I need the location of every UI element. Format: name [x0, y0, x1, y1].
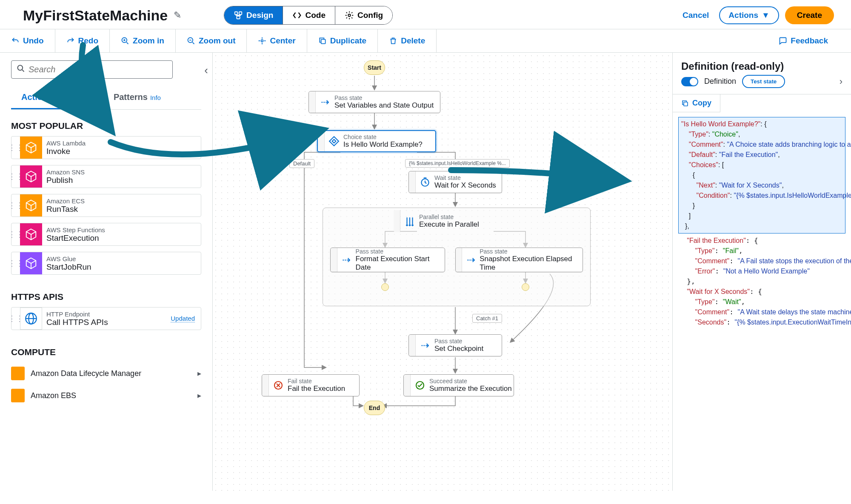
service-row[interactable]: Amazon EBS▸ — [11, 384, 201, 407]
svg-point-3 — [348, 14, 351, 17]
svg-point-8 — [18, 65, 23, 71]
feedback-button[interactable]: Feedback — [768, 29, 851, 52]
info-link[interactable]: Info — [150, 94, 161, 101]
caret-down-icon: ▼ — [762, 11, 770, 20]
cancel-button[interactable]: Cancel — [683, 11, 709, 20]
start-terminal[interactable]: Start — [364, 60, 385, 75]
section-compute: COMPUTE — [11, 347, 201, 357]
tab-flow[interactable]: Flow — [63, 88, 103, 109]
svg-rect-7 — [321, 40, 325, 44]
node-format-date[interactable]: ⇢ Pass stateFormat Execution Start Date — [330, 248, 445, 272]
drag-grip-icon: ⋮⋮ — [11, 201, 20, 210]
center-button[interactable]: Center — [247, 29, 307, 52]
service-icon — [11, 367, 25, 380]
collapse-sidebar-icon[interactable]: ‹ — [204, 64, 208, 77]
header-bar: MyFirstStateMachine ✎ Design Code Config… — [0, 0, 851, 29]
duplicate-button[interactable]: Duplicate — [307, 29, 378, 52]
definition-label: Definition — [704, 77, 736, 86]
search-icon — [17, 64, 25, 75]
section-most-popular: MOST POPULAR — [11, 121, 201, 131]
branch-end-2 — [522, 283, 529, 291]
service-icon — [11, 389, 25, 402]
edge-condition[interactable]: {% $states.input.IsHelloWorldExample %..… — [405, 159, 510, 168]
service-icon — [20, 137, 42, 159]
pass-icon: ⇢ — [316, 96, 334, 108]
definition-panel: Definition (read-only) Definition Test s… — [672, 53, 851, 491]
copy-button[interactable]: Copy — [673, 94, 720, 112]
action-card[interactable]: ⋮⋮ AWS Step FunctionsStartExecution — [11, 223, 201, 246]
pass-icon: ⇢ — [462, 254, 480, 266]
main-layout: ‹ Actions Flow PatternsInfo MOST POPULAR… — [0, 53, 851, 491]
fail-icon — [269, 380, 288, 390]
tab-patterns[interactable]: PatternsInfo — [103, 88, 171, 109]
action-card[interactable]: ⋮⋮ Amazon SNSPublish — [11, 165, 201, 188]
branch-end-1 — [381, 283, 389, 291]
node-succeed[interactable]: Succeed stateSummarize the Execution — [403, 374, 514, 396]
node-snapshot[interactable]: ⇢ Pass stateSnapshot Execution Elapsed T… — [455, 248, 583, 272]
delete-button[interactable]: Delete — [378, 29, 437, 52]
code-view[interactable]: "Is Hello World Example?": { "Type": "Ch… — [673, 112, 851, 491]
node-fail[interactable]: Fail stateFail the Execution — [262, 374, 360, 396]
svg-rect-20 — [684, 102, 688, 106]
service-row[interactable]: Amazon Data Lifecycle Manager▸ — [11, 362, 201, 384]
workflow-canvas[interactable]: Start ⇢ Pass stateSet Variables and Stat… — [213, 53, 672, 491]
caret-right-icon: ▸ — [197, 369, 201, 378]
service-icon — [20, 223, 42, 245]
search-input[interactable] — [29, 65, 167, 74]
drag-grip-icon: ⋮⋮ — [11, 230, 20, 239]
caret-right-icon: ▸ — [197, 391, 201, 400]
drag-grip-icon: ⋮⋮ — [11, 143, 20, 152]
drag-grip-icon: ⋮⋮ — [11, 314, 20, 323]
expand-icon[interactable]: › — [840, 76, 842, 87]
search-box[interactable] — [11, 60, 173, 79]
service-icon — [20, 252, 42, 274]
redo-button[interactable]: Redo — [55, 29, 110, 52]
zoom-out-button[interactable]: Zoom out — [176, 29, 247, 52]
definition-toggle[interactable] — [681, 77, 698, 86]
wait-icon — [416, 177, 434, 188]
updated-badge: Updated — [171, 315, 195, 322]
service-icon — [20, 194, 42, 216]
action-card[interactable]: ⋮⋮ Amazon ECSRunTask — [11, 194, 201, 217]
section-https-apis: HTTPS APIS — [11, 292, 201, 302]
actions-dropdown[interactable]: Actions ▼ — [719, 6, 779, 24]
svg-point-6 — [261, 40, 263, 42]
view-design-tab[interactable]: Design — [224, 6, 283, 24]
state-browser-sidebar: ‹ Actions Flow PatternsInfo MOST POPULAR… — [0, 53, 213, 491]
pass-icon: ⇢ — [416, 339, 434, 351]
node-set-variables[interactable]: ⇢ Pass stateSet Variables and State Outp… — [308, 91, 440, 113]
svg-rect-1 — [239, 12, 242, 14]
view-config-tab[interactable]: Config — [335, 6, 392, 24]
action-card-http-endpoint[interactable]: ⋮⋮ HTTP EndpointCall HTTPS APIs Updated — [11, 307, 201, 330]
view-segmented-control: Design Code Config — [224, 6, 393, 25]
sidebar-tabs: Actions Flow PatternsInfo — [11, 88, 201, 110]
pass-icon: ⇢ — [337, 254, 356, 266]
state-machine-title: MyFirstStateMachine — [23, 7, 168, 24]
edit-title-icon[interactable]: ✎ — [174, 10, 181, 21]
svg-rect-0 — [235, 12, 237, 14]
svg-rect-2 — [237, 16, 240, 19]
definition-panel-title: Definition (read-only) — [673, 53, 851, 75]
node-wait[interactable]: Wait stateWait for X Seconds — [408, 171, 502, 193]
toolbar: Undo Redo Zoom in Zoom out Center Duplic… — [0, 29, 851, 53]
create-button[interactable]: Create — [785, 6, 834, 24]
tab-actions[interactable]: Actions — [11, 88, 63, 109]
action-card[interactable]: ⋮⋮ AWS GlueStartJobRun — [11, 252, 201, 275]
service-icon — [20, 165, 42, 188]
choice-icon — [325, 136, 343, 147]
node-choice-hello-world[interactable]: Choice stateIs Hello World Example? — [317, 130, 436, 152]
parallel-icon — [400, 216, 419, 227]
succeed-icon — [411, 380, 429, 390]
view-code-tab[interactable]: Code — [283, 6, 335, 24]
drag-grip-icon: ⋮⋮ — [11, 259, 20, 268]
edge-default[interactable]: Default — [289, 159, 314, 168]
test-state-button[interactable]: Test state — [742, 75, 785, 88]
edge-catch[interactable]: Catch #1 — [472, 314, 502, 323]
node-checkpoint[interactable]: ⇢ Pass stateSet Checkpoint — [408, 334, 502, 356]
action-card[interactable]: ⋮⋮ AWS LambdaInvoke — [11, 136, 201, 159]
node-parallel[interactable]: Parallel stateExecute in Parallel — [394, 210, 517, 232]
drag-grip-icon: ⋮⋮ — [11, 172, 20, 181]
undo-button[interactable]: Undo — [0, 29, 55, 52]
end-terminal[interactable]: End — [364, 401, 385, 415]
zoom-in-button[interactable]: Zoom in — [110, 29, 176, 52]
